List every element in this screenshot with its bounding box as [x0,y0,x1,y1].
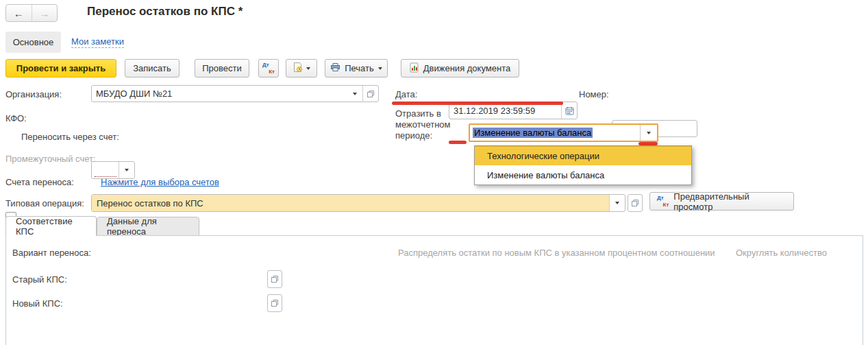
round-quantity-label: Округлять количество [736,248,827,258]
transfer-via-account-label: Переносить через счет: [21,132,119,142]
new-kps-open-button[interactable] [267,294,282,312]
interreport-dropdown-button[interactable] [640,125,657,141]
tab-my-notes[interactable]: Мои заметки [71,36,124,48]
new-kps-label: Новый КПС: [12,298,63,309]
intermediate-account-label: Промежуточный счет: [5,154,96,164]
typical-operation-field[interactable]: Перенос остатков по КПС [91,194,625,212]
transfer-accounts-label: Счета переноса: [5,177,74,187]
organization-value: МБУДО ДШИ №21 [92,88,347,99]
organization-label: Организация: [5,89,62,99]
print-button[interactable]: Печать [325,59,388,78]
old-kps-open-button[interactable] [267,270,282,288]
typical-operation-open-button[interactable] [628,194,643,212]
date-value: 31.12.2019 23:59:59 [449,106,561,116]
kfo-dropdown-button[interactable] [119,162,134,178]
save-button[interactable]: Записать [125,59,179,78]
typical-operation-label: Типовая операция: [5,198,84,209]
post-button[interactable]: Провести [195,59,249,78]
open-icon [271,275,279,283]
document-clock-icon [293,62,303,75]
checkbox-annotation-underline [449,141,467,144]
dropdown-caret-icon [378,67,382,70]
typical-operation-value: Перенос остатков по КПС [92,195,609,211]
interreport-label: Отразить в межотчетном периоде: [395,108,451,141]
date-annotation-underline [392,102,563,105]
typical-operation-dropdown-button[interactable] [609,195,625,211]
tab-transfer-data[interactable]: Данные для переноса [97,217,199,236]
dropdown-caret-icon [306,67,310,70]
document-window: ← → Перенос остатков по КПС * Основное М… [0,0,868,345]
tab-kps-mapping[interactable]: Соответствие КПС [5,216,97,236]
document-movements-button[interactable]: Движения документа [401,59,519,78]
dtkt-button[interactable]: ДтКт [258,59,279,78]
open-icon [367,90,375,98]
preview-button[interactable]: ДтКт Предварительный просмотр [649,192,794,211]
dropdown-option-1[interactable]: Технологические операции [475,146,691,165]
distribute-label: Распределять остатки по новым КПС в указ… [398,248,715,258]
calendar-button[interactable] [561,102,577,119]
dtkt-icon: ДтКт [657,195,669,208]
date-label: Дата: [395,89,417,99]
page-title: Перенос остатков по КПС * [87,5,243,19]
movements-report-icon [410,62,419,75]
organization-field[interactable]: МБУДО ДШИ №21 [91,85,379,102]
calendar-icon [565,106,574,115]
number-label: Номер: [579,89,609,99]
forward-arrow-icon: → [39,8,49,19]
organization-open-button[interactable] [362,86,378,102]
interreport-selected-value: Изменение валюты баланса [473,128,593,138]
history-nav: ← → [5,4,58,22]
interreport-dropdown-list: Технологические операции Изменение валют… [474,145,692,185]
transfer-variant-label: Вариант переноса: [12,248,91,258]
dtkt-icon: ДтКт [262,62,275,75]
interreport-combo[interactable]: Изменение валюты баланса [469,123,658,142]
old-kps-label: Старый КПС: [12,274,67,285]
open-icon [271,299,279,307]
back-button[interactable]: ← [6,5,32,21]
dropdown-option-2[interactable]: Изменение валюты баланса [475,165,691,185]
tab-main[interactable]: Основное [5,32,61,53]
select-accounts-link[interactable]: Нажмите для выбора счетов [101,177,219,187]
back-arrow-icon: ← [14,8,24,19]
post-and-close-button[interactable]: Провести и закрыть [5,59,116,78]
printer-icon [330,62,340,74]
organization-dropdown-button[interactable] [347,86,362,102]
open-icon [631,199,639,207]
kfo-label: КФО: [5,113,27,123]
create-based-on-button[interactable] [286,59,317,78]
forward-button[interactable]: → [32,5,58,21]
